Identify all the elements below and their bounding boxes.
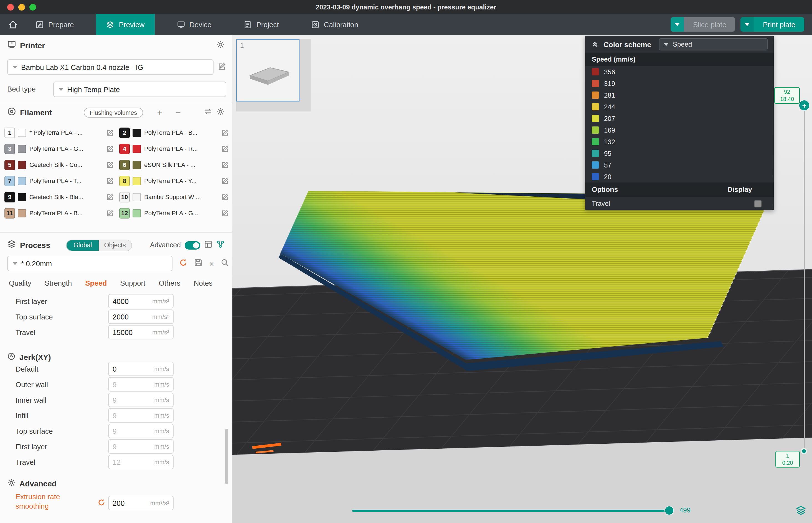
print-options-dropdown[interactable] <box>741 17 754 32</box>
filament-item[interactable]: 8 PolyTerra PLA - Y... <box>119 175 229 186</box>
home-button[interactable] <box>0 14 25 35</box>
edit-filament-icon[interactable] <box>107 129 114 136</box>
move-slider-track[interactable] <box>352 510 673 512</box>
collapse-panel-icon[interactable] <box>591 39 599 50</box>
filament-color-chip[interactable] <box>18 209 26 217</box>
filament-item[interactable]: 4 PolyTerra PLA - R... <box>119 143 229 154</box>
print-plate-label[interactable]: Print plate <box>754 17 804 32</box>
process-tab[interactable]: Others <box>159 279 180 287</box>
process-flow-icon[interactable] <box>216 240 224 250</box>
setting-input[interactable]: 9 mm/s <box>108 377 174 392</box>
global-objects-switch[interactable]: Global Objects <box>66 239 132 251</box>
edit-filament-icon[interactable] <box>221 177 229 184</box>
process-tab[interactable]: Strength <box>44 279 72 287</box>
filament-item[interactable]: 7 PolyTerra PLA - T... <box>4 175 114 186</box>
edit-filament-icon[interactable] <box>107 177 114 184</box>
edit-filament-icon[interactable] <box>107 145 114 152</box>
process-preset-select[interactable]: * 0.20mm <box>7 256 173 271</box>
setting-input[interactable]: 12 mm/s <box>108 455 174 469</box>
advanced-mode-toggle[interactable] <box>185 241 200 249</box>
tab-calibration[interactable]: Calibration <box>301 14 368 35</box>
slice-plate-label[interactable]: Slice plate <box>684 17 735 32</box>
layers-view-icon[interactable] <box>795 504 807 516</box>
add-layer-marker-button[interactable]: + <box>799 101 809 110</box>
edit-printer-preset-icon[interactable] <box>218 63 226 73</box>
setting-input[interactable]: 15000 mm/s² <box>108 325 174 339</box>
layer-slider-bottom-handle[interactable] <box>801 448 807 454</box>
filament-color-chip[interactable] <box>18 144 26 153</box>
printer-preset-select[interactable]: Bambu Lab X1 Carbon 0.4 nozzle - IG <box>7 59 214 75</box>
setting-input[interactable]: 9 mm/s <box>108 408 174 422</box>
edit-filament-icon[interactable] <box>221 145 229 152</box>
setting-input[interactable]: 9 mm/s <box>108 439 174 454</box>
sync-filament-icon[interactable] <box>203 107 213 118</box>
filament-item[interactable]: 1 * PolyTerra PLA - ... <box>4 127 114 138</box>
travel-checkbox[interactable] <box>754 200 761 207</box>
process-tab[interactable]: Quality <box>9 279 31 287</box>
filament-color-chip[interactable] <box>18 161 26 169</box>
filament-color-chip[interactable] <box>132 193 141 201</box>
filament-item[interactable]: 10 Bambu Support W ... <box>119 191 229 202</box>
extrusion-rate-smoothing-input[interactable]: 200 mm³/s² <box>108 496 174 510</box>
setting-input[interactable]: 4000 mm/s² <box>108 294 174 308</box>
remove-filament-button[interactable]: − <box>175 108 181 117</box>
setting-input[interactable]: 2000 mm/s² <box>108 309 174 324</box>
add-filament-button[interactable]: + <box>157 108 163 117</box>
tab-prepare[interactable]: Prepare <box>25 14 84 35</box>
zoom-window-button[interactable] <box>30 4 36 11</box>
layer-slider-track[interactable] <box>804 111 805 448</box>
slice-plate-button[interactable]: Slice plate <box>671 17 735 32</box>
filament-item[interactable]: 3 PolyTerra PLA - G... <box>4 143 114 154</box>
search-settings-icon[interactable] <box>221 258 229 269</box>
reset-preset-icon[interactable] <box>179 258 187 269</box>
edit-filament-icon[interactable] <box>221 129 229 136</box>
printer-settings-gear-icon[interactable] <box>216 40 224 51</box>
edit-filament-icon[interactable] <box>107 193 114 200</box>
filament-color-chip[interactable] <box>18 128 26 137</box>
filament-color-chip[interactable] <box>132 128 141 137</box>
process-tab[interactable]: Support <box>120 279 145 287</box>
layer-slider-top-badge[interactable]: 92 18.40 <box>774 87 800 104</box>
edit-filament-icon[interactable] <box>221 161 229 168</box>
tab-preview[interactable]: Preview <box>96 14 155 35</box>
sidebar-scrollbar[interactable] <box>225 429 228 484</box>
edit-filament-icon[interactable] <box>107 161 114 168</box>
tab-device[interactable]: Device <box>167 14 221 35</box>
edit-filament-icon[interactable] <box>221 209 229 217</box>
global-segment[interactable]: Global <box>67 240 99 250</box>
slice-options-dropdown[interactable] <box>671 17 684 32</box>
filament-color-chip[interactable] <box>132 161 141 169</box>
minimize-window-button[interactable] <box>18 4 25 11</box>
edit-filament-icon[interactable] <box>221 193 229 200</box>
layer-slider-bottom-badge[interactable]: 1 0.20 <box>775 451 800 468</box>
close-window-button[interactable] <box>7 4 14 11</box>
filament-color-chip[interactable] <box>132 209 141 217</box>
tab-project[interactable]: Project <box>234 14 289 35</box>
filament-item[interactable]: 9 Geetech Silk - Bla... <box>4 191 114 202</box>
filament-color-chip[interactable] <box>18 193 26 201</box>
filament-item[interactable]: 5 Geetech Silk - Co... <box>4 159 114 170</box>
filament-item[interactable]: 11 PolyTerra PLA - B... <box>4 208 114 218</box>
preview-viewport[interactable]: 1 Color scheme Speed Speed (mm/s) <box>232 35 812 523</box>
filament-item[interactable]: 2 PolyTerra PLA - B... <box>119 127 229 138</box>
plate-thumbnail[interactable]: 1 <box>236 39 300 102</box>
reset-ers-icon[interactable] <box>97 499 105 509</box>
filament-settings-gear-icon[interactable] <box>216 107 224 118</box>
flushing-volumes-button[interactable]: Flushing volumes <box>84 108 143 118</box>
display-label[interactable]: Display <box>727 186 752 194</box>
filament-color-chip[interactable] <box>18 177 26 185</box>
setting-input[interactable]: 9 mm/s <box>108 393 174 407</box>
parameter-table-icon[interactable] <box>204 240 213 250</box>
objects-segment[interactable]: Objects <box>98 240 131 250</box>
setting-input[interactable]: 9 mm/s <box>108 424 174 438</box>
traffic-lights[interactable] <box>7 4 36 11</box>
process-tab[interactable]: Speed <box>85 279 107 287</box>
filament-color-chip[interactable] <box>132 144 141 153</box>
save-preset-icon[interactable] <box>194 258 202 269</box>
close-preset-icon[interactable]: × <box>209 259 214 268</box>
filament-item[interactable]: 6 eSUN Silk PLA - ... <box>119 159 229 170</box>
move-slider-handle[interactable] <box>665 506 674 515</box>
setting-input[interactable]: 0 mm/s <box>108 362 174 376</box>
edit-filament-icon[interactable] <box>107 209 114 217</box>
filament-item[interactable]: 12 PolyTerra PLA - G... <box>119 208 229 218</box>
